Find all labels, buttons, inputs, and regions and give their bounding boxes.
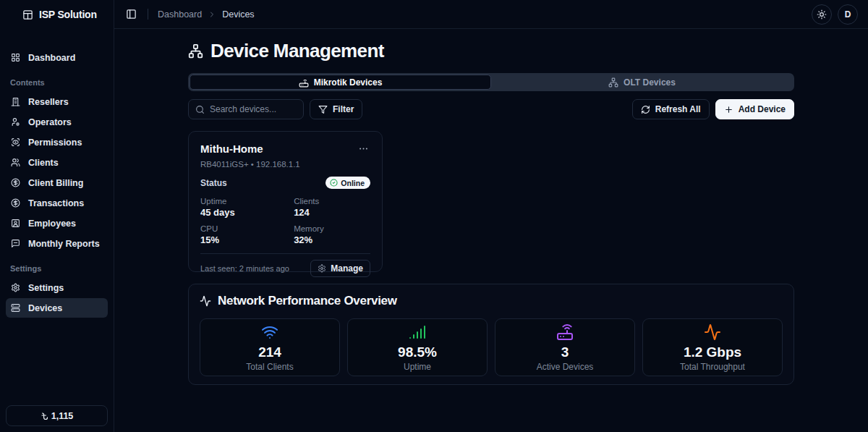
metric-label: Memory (294, 224, 370, 233)
metric-label: Uptime (200, 197, 294, 206)
sidebar-item-resellers[interactable]: Resellers (6, 92, 108, 111)
stat-uptime: 98.5% Uptime (347, 318, 488, 376)
sidebar-item-transactions[interactable]: Transactions (6, 193, 108, 213)
metric-cpu: CPU 15% (200, 224, 294, 245)
sidebar-item-settings[interactable]: Settings (6, 278, 108, 297)
device-subtitle: RB4011iGS+ • 192.168.1.1 (200, 160, 370, 169)
page-title: Device Management (188, 40, 794, 62)
network-icon (608, 77, 618, 88)
wifi-icon (261, 323, 278, 341)
breadcrumb: Dashboard Devices (158, 9, 255, 20)
filter-icon (318, 105, 328, 114)
manage-button[interactable]: Manage (310, 260, 370, 277)
stat-label: Active Devices (537, 362, 594, 372)
search-input[interactable] (210, 104, 297, 114)
stat-label: Uptime (404, 362, 431, 372)
topbar: Dashboard Devices D (114, 0, 868, 29)
dollar-circle-icon (11, 198, 20, 208)
sidebar-item-employees[interactable]: Employees (6, 213, 108, 233)
toolbar: Filter Refresh All Add Device (188, 99, 794, 119)
sidebar-item-label: Resellers (28, 97, 69, 107)
sidebar-item-client-billing[interactable]: Client Billing (6, 173, 108, 192)
page-title-text: Device Management (210, 40, 384, 62)
brand: ISP Solution (0, 0, 114, 29)
sidebar-toggle-button[interactable] (124, 7, 138, 21)
sidebar-item-label: Settings (28, 283, 64, 293)
sidebar-item-label: Operators (28, 117, 72, 127)
users-icon (11, 158, 20, 167)
sidebar-item-devices[interactable]: Devices (6, 298, 108, 318)
metric-label: CPU (200, 224, 294, 233)
sidebar: ISP Solution Dashboard Contents Reseller… (0, 0, 114, 432)
sidebar-item-operators[interactable]: Operators (6, 112, 108, 132)
sidebar-item-dashboard[interactable]: Dashboard (6, 48, 108, 67)
metric-value: 45 days (200, 207, 294, 218)
activity-icon (704, 323, 721, 341)
sidebar-item-label: Client Billing (28, 178, 83, 188)
router-icon (556, 323, 574, 341)
id-card-icon (11, 219, 20, 228)
device-card: Mithu-Home RB4011iGS+ • 192.168.1.1 Stat… (188, 131, 383, 272)
network-icon (188, 43, 203, 59)
page-content: Device Management Mikrotik Devices OLT D… (188, 29, 794, 385)
sidebar-item-monthly-reports[interactable]: Monthly Reports (6, 234, 108, 253)
stat-active-devices: 3 Active Devices (495, 318, 635, 376)
stat-total-clients: 214 Total Clients (200, 318, 340, 376)
tab-olt-devices[interactable]: OLT Devices (491, 75, 793, 90)
balance-amount: 1,115 (51, 411, 74, 421)
balance-button[interactable]: 1,115 (6, 405, 108, 426)
topbar-actions: D (812, 4, 858, 25)
brand-name: ISP Solution (39, 9, 97, 20)
activity-icon (200, 295, 211, 307)
sidebar-item-clients[interactable]: Clients (6, 153, 108, 172)
stat-label: Total Clients (246, 362, 293, 372)
main: Dashboard Devices D Device Management (114, 0, 868, 432)
filter-label: Filter (333, 104, 354, 114)
performance-title-row: Network Performance Overview (200, 294, 783, 308)
device-status-row: Status Online (200, 177, 370, 189)
sidebar-item-label: Clients (28, 158, 59, 168)
performance-title: Network Performance Overview (218, 294, 397, 308)
stats-grid: 214 Total Clients 98.5% Uptime 3 Active … (200, 318, 783, 376)
breadcrumb-parent[interactable]: Dashboard (158, 9, 202, 20)
section-label-settings: Settings (10, 264, 103, 273)
metric-memory: Memory 32% (294, 224, 370, 245)
grid-icon (11, 53, 20, 62)
stat-value: 3 (561, 344, 569, 360)
status-value: Online (341, 179, 365, 187)
refresh-icon (641, 105, 650, 114)
sidebar-item-label: Employees (28, 219, 76, 229)
metric-uptime: Uptime 45 days (200, 197, 294, 218)
device-card-header: Mithu-Home (200, 142, 370, 156)
add-device-button[interactable]: Add Device (715, 99, 794, 119)
sidebar-item-label: Monthly Reports (28, 239, 100, 249)
theme-toggle-button[interactable] (812, 4, 832, 25)
ellipsis-icon (358, 143, 369, 154)
search-box (188, 99, 304, 119)
panel-left-icon (126, 9, 137, 20)
metric-label: Clients (294, 197, 370, 206)
manage-label: Manage (331, 263, 363, 274)
sidebar-spacer (0, 318, 114, 399)
router-icon (299, 77, 309, 88)
sidebar-item-label: Transactions (28, 198, 84, 208)
refresh-all-button[interactable]: Refresh All (632, 99, 710, 119)
stat-value: 1.2 Gbps (684, 344, 741, 360)
refresh-label: Refresh All (655, 104, 701, 114)
sidebar-item-label: Permissions (28, 137, 82, 148)
device-menu-button[interactable] (357, 142, 370, 156)
stat-label: Total Throughput (680, 362, 745, 372)
plus-icon (724, 105, 733, 114)
sidebar-item-permissions[interactable]: Permissions (6, 132, 108, 152)
tab-mikrotik-devices[interactable]: Mikrotik Devices (190, 75, 491, 90)
filter-button[interactable]: Filter (310, 99, 362, 119)
logo-icon (22, 9, 33, 20)
sidebar-nav: Dashboard Contents Resellers Operators P… (0, 29, 114, 318)
tab-label: Mikrotik Devices (314, 77, 383, 88)
dollar-circle-icon (11, 178, 20, 187)
search-icon (195, 105, 205, 114)
status-label: Status (200, 178, 227, 188)
avatar[interactable]: D (838, 4, 858, 25)
stat-total-throughput: 1.2 Gbps Total Throughput (642, 318, 783, 376)
device-tabs: Mikrotik Devices OLT Devices (188, 73, 794, 91)
